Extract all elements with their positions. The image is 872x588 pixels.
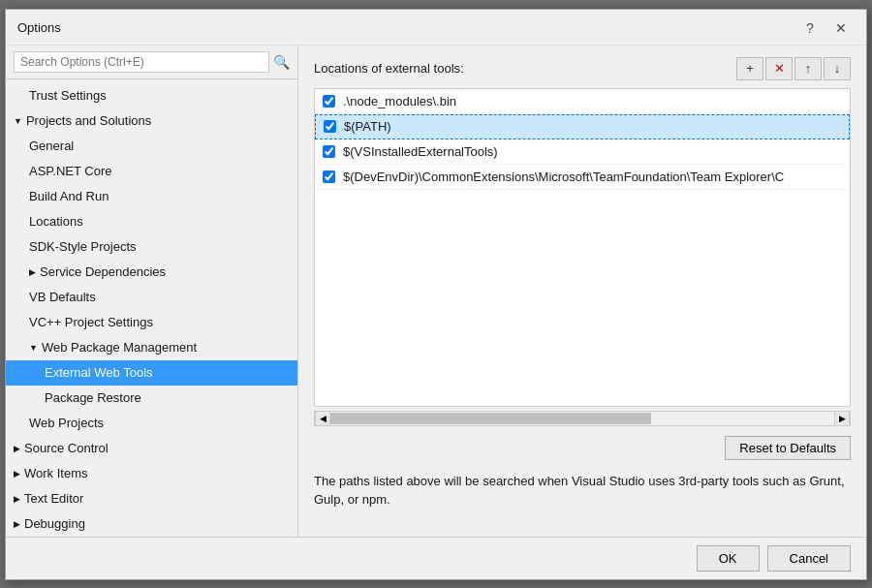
help-button[interactable]: ? [796,17,824,39]
remove-button[interactable]: ✕ [765,57,793,80]
list-item[interactable]: $(DevEnvDir)\CommonExtensions\Microsoft\… [315,165,850,190]
web-pkg-arrow-icon: ▼ [29,337,38,358]
sidebar-item-service-dependencies[interactable]: ▶ Service Dependencies [6,260,297,285]
sidebar-item-general[interactable]: General [6,134,297,159]
title-bar: Options ? ✕ [6,10,866,46]
bottom-bar: OK Cancel [6,537,866,579]
sidebar-item-work-items[interactable]: ▶ Work Items [6,461,297,486]
item1-checkbox[interactable] [323,95,335,108]
work-items-arrow-icon: ▶ [14,463,20,484]
item3-checkbox[interactable] [323,145,335,158]
cancel-button[interactable]: Cancel [767,545,851,572]
sidebar-item-locations[interactable]: Locations [6,209,297,234]
sidebar-item-vcpp-project-settings[interactable]: VC++ Project Settings [6,310,297,335]
tree-view: Trust Settings ▼ ▲ Projects and Solution… [6,79,297,537]
text-editor-arrow-icon: ▶ [14,488,20,510]
sidebar-item-debugging[interactable]: ▶ Debugging [6,511,297,537]
scrollbar-thumb[interactable] [330,413,651,424]
sidebar-item-trust-settings[interactable]: Trust Settings [6,83,297,108]
sidebar-item-sdk-style-projects[interactable]: SDK-Style Projects [6,234,297,260]
title-bar-left: Options [17,20,61,35]
close-button[interactable]: ✕ [827,17,855,39]
debugging-arrow-icon: ▶ [14,513,20,535]
options-dialog: Options ? ✕ 🔍 Trust Settings ▼ ▲ Project… [5,9,867,580]
horizontal-scrollbar[interactable]: ◀ ▶ [314,411,851,426]
item2-text: $(PATH) [344,119,391,134]
sidebar-item-web-package-management[interactable]: ▼ Web Package Management [6,335,297,360]
right-panel-title: Locations of external tools: [314,61,464,76]
service-dep-arrow-icon: ▶ [29,262,36,283]
search-box: 🔍 [6,46,297,79]
sidebar-item-source-control[interactable]: ▶ Source Control [6,436,297,461]
title-bar-right: ? ✕ [796,17,855,39]
tools-list: .\node_modules\.bin $(PATH) $(VSInstalle… [314,88,851,407]
move-up-button[interactable]: ↑ [794,57,822,80]
sidebar-item-web-projects[interactable]: Web Projects [6,411,297,436]
search-input[interactable] [14,51,269,73]
sidebar-item-package-restore[interactable]: Package Restore [6,386,297,411]
toolbar-buttons: + ✕ ↑ ↓ [736,57,851,80]
item2-checkbox[interactable] [324,120,336,133]
reset-row: Reset to Defaults [314,436,851,460]
list-item[interactable]: $(VSInstalledExternalTools) [315,139,850,165]
item4-checkbox[interactable] [323,170,335,183]
item3-text: $(VSInstalledExternalTools) [343,144,498,159]
item1-text: .\node_modules\.bin [343,94,456,108]
list-item[interactable]: $(PATH) [315,114,850,139]
info-text: The paths listed above will be searched … [314,472,851,510]
scroll-left-button[interactable]: ◀ [315,411,330,426]
search-icon: 🔍 [273,54,290,70]
item4-text: $(DevEnvDir)\CommonExtensions\Microsoft\… [343,170,784,184]
scroll-right-button[interactable]: ▶ [834,411,850,426]
sidebar-item-projects-and-solutions[interactable]: ▼ ▲ Projects and Solutions Projects and … [6,108,297,134]
right-header: Locations of external tools: + ✕ ↑ ↓ [314,57,851,80]
source-control-arrow-icon: ▶ [14,438,20,459]
projects-arrow-icon: ▼ [14,110,22,132]
right-panel: Locations of external tools: + ✕ ↑ ↓ .\n… [298,46,866,537]
dialog-title: Options [17,20,61,35]
reset-to-defaults-button[interactable]: Reset to Defaults [725,436,851,460]
sidebar-item-external-web-tools[interactable]: External Web Tools [6,360,297,386]
sidebar-item-asp-net-core[interactable]: ASP.NET Core [6,159,297,184]
sidebar-item-build-and-run[interactable]: Build And Run [6,184,297,209]
sidebar-item-text-editor[interactable]: ▶ Text Editor [6,486,297,511]
ok-button[interactable]: OK [697,545,760,572]
left-panel: 🔍 Trust Settings ▼ ▲ Projects and Soluti… [6,46,298,537]
add-button[interactable]: + [736,57,763,80]
move-down-button[interactable]: ↓ [824,57,851,80]
sidebar-item-vb-defaults[interactable]: VB Defaults [6,285,297,310]
list-item[interactable]: .\node_modules\.bin [315,89,850,114]
main-content: 🔍 Trust Settings ▼ ▲ Projects and Soluti… [6,46,866,537]
